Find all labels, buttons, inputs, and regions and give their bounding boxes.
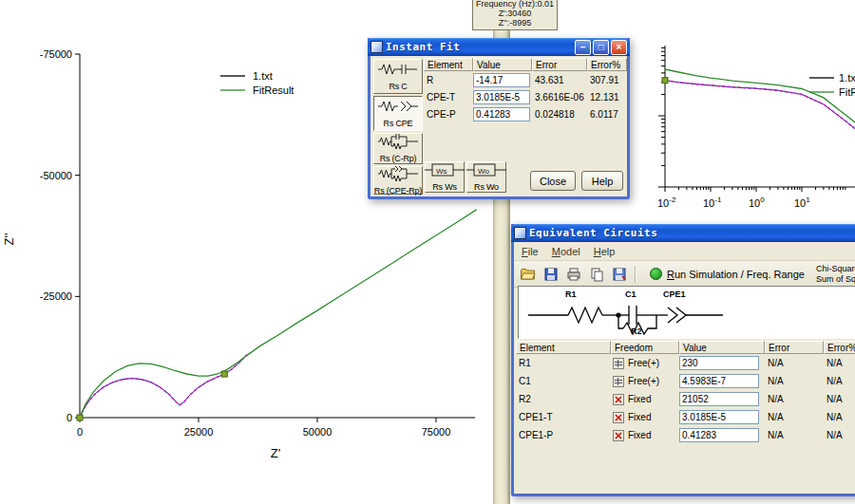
save-results-icon[interactable] xyxy=(609,264,629,284)
value-input[interactable] xyxy=(679,410,759,424)
element-cell: R1 xyxy=(516,358,611,368)
equivalent-circuits-titlebar[interactable]: Equivalent Circuits xyxy=(511,224,855,242)
circuit-node xyxy=(616,312,620,317)
readout-frequency: Frequency (Hz):0.01 xyxy=(473,0,557,9)
freedom-free-icon[interactable] xyxy=(613,376,624,387)
print-icon[interactable] xyxy=(563,264,583,284)
close-button[interactable]: Close xyxy=(530,171,576,191)
value-input[interactable] xyxy=(679,374,759,388)
element-cell: R xyxy=(424,75,473,85)
freedom-cell: Fixed xyxy=(611,412,679,423)
svg-text:Ws: Ws xyxy=(436,167,447,176)
circuit-diagram-panel[interactable]: R1 C1 R2 CPE1 xyxy=(518,286,855,339)
freedom-cell: Fixed xyxy=(611,394,679,405)
circuit-button-rs-wo[interactable]: WoRs Wo xyxy=(466,161,506,193)
column-header-error: Error xyxy=(765,341,824,354)
freedom-fixed-icon[interactable] xyxy=(613,394,624,405)
rs-cpe-icon xyxy=(378,99,418,118)
freedom-fixed-icon[interactable] xyxy=(613,412,624,423)
toolbar-separator xyxy=(635,266,636,283)
circuit-button-label: Rs (C-Rp) xyxy=(380,154,417,163)
save-icon[interactable] xyxy=(541,264,560,284)
y-tick-label: -50000 xyxy=(40,170,72,181)
value-cell xyxy=(679,374,765,388)
table-row: CPE1-PFixedN/AN/A xyxy=(516,426,855,444)
value-input[interactable] xyxy=(473,90,530,104)
instant-fit-titlebar[interactable]: Instant Fit – □ × xyxy=(368,38,630,56)
value-input[interactable] xyxy=(679,392,759,406)
freedom-free-icon[interactable] xyxy=(613,358,624,369)
column-header-element: Element xyxy=(424,58,473,71)
value-cell xyxy=(473,107,532,121)
rs-cpe-rp-icon xyxy=(378,166,418,185)
value-input[interactable] xyxy=(473,107,530,121)
circuit-label-cpe1[interactable]: CPE1 xyxy=(663,289,686,299)
freedom-cell: Fixed xyxy=(611,430,679,441)
error-cell: N/A xyxy=(765,394,824,404)
run-simulation-button[interactable]: Run Simulation / Freq. Range xyxy=(650,268,805,280)
table-row: CPE1-TFixedN/AN/A xyxy=(516,408,855,426)
circuit-label-r2[interactable]: R2 xyxy=(631,327,642,336)
freedom-cell: Free(+) xyxy=(611,376,679,387)
column-header-freedom: Freedom xyxy=(611,341,679,354)
copy-icon[interactable] xyxy=(586,264,606,284)
circuit-label-r1[interactable]: R1 xyxy=(565,289,577,299)
menu-file[interactable]: File xyxy=(516,245,544,258)
error-pct-cell: N/A xyxy=(824,358,855,368)
instant-fit-table-header: ElementValueErrorError% xyxy=(424,58,627,71)
column-header-value: Value xyxy=(473,58,532,71)
table-row: R2FixedN/AN/A xyxy=(516,390,855,408)
circuit-button-rs-cpe-rp-[interactable]: Rs (CPE-Rp) xyxy=(373,166,423,195)
help-button[interactable]: Help xyxy=(581,171,623,191)
close-icon[interactable]: × xyxy=(611,40,627,55)
range-marker[interactable] xyxy=(77,415,83,420)
error-cell: N/A xyxy=(765,358,824,368)
x-tick-label: 100 xyxy=(749,196,765,209)
value-cell xyxy=(679,392,765,406)
freedom-label: Free(+) xyxy=(628,358,659,368)
error-cell: 43.631 xyxy=(532,75,587,85)
y-axis-label: Z'' xyxy=(2,233,16,246)
circuit-button-label: Rs Ws xyxy=(432,182,457,192)
circuit-button-label: Rs Wo xyxy=(474,182,499,192)
minimize-button[interactable]: – xyxy=(575,40,591,55)
x-tick-label: 0 xyxy=(77,426,83,438)
x-tick-label: 101 xyxy=(794,196,810,209)
freedom-fixed-icon[interactable] xyxy=(613,430,624,441)
x-tick-label: 25000 xyxy=(184,426,214,438)
open-icon[interactable] xyxy=(518,264,538,284)
freedom-cell: Free(+) xyxy=(611,358,679,369)
series-underlay xyxy=(665,81,855,129)
element-cell: C1 xyxy=(516,376,611,386)
value-input[interactable] xyxy=(679,356,759,370)
legend-label: 1.txt xyxy=(253,70,273,82)
element-cell: CPE1-T xyxy=(516,412,611,422)
value-cell xyxy=(473,90,532,104)
circuit-button-rs-ws[interactable]: WsRs Ws xyxy=(425,161,465,193)
range-marker[interactable] xyxy=(221,371,227,377)
value-input[interactable] xyxy=(473,73,530,87)
error-pct-cell: N/A xyxy=(824,430,855,440)
range-marker[interactable] xyxy=(662,78,668,84)
menu-model[interactable]: Model xyxy=(546,245,586,258)
circuit-button-rs-cpe[interactable]: Rs CPE xyxy=(373,96,423,131)
run-simulation-label: Run Simulation / Freq. Range xyxy=(667,269,805,280)
rs-c-rp-icon xyxy=(378,134,418,153)
circuit-button-rs-c-rp-[interactable]: Rs (C-Rp) xyxy=(373,133,423,164)
error-pct-cell: N/A xyxy=(824,412,855,422)
run-icon xyxy=(650,268,662,280)
circuit-button-label: Rs CPE xyxy=(384,119,413,128)
menu-help[interactable]: Help xyxy=(588,245,621,258)
element-cell: CPE-P xyxy=(424,109,473,120)
column-header-element: Element xyxy=(516,341,611,354)
value-cell xyxy=(679,428,765,442)
error-pct-cell: 6.0117 xyxy=(587,109,627,120)
column-header-error-pct: Error% xyxy=(587,58,627,71)
circuit-button-rs-c[interactable]: Rs C xyxy=(373,59,423,94)
maximize-button[interactable]: □ xyxy=(593,40,609,55)
rs-c-icon xyxy=(378,62,418,81)
value-input[interactable] xyxy=(679,428,759,442)
circuit-label-c1[interactable]: C1 xyxy=(625,289,636,299)
parameters-table-header: ElementFreedomValueErrorError% xyxy=(516,341,855,354)
table-row: C1Free(+)N/AN/A xyxy=(516,372,855,390)
